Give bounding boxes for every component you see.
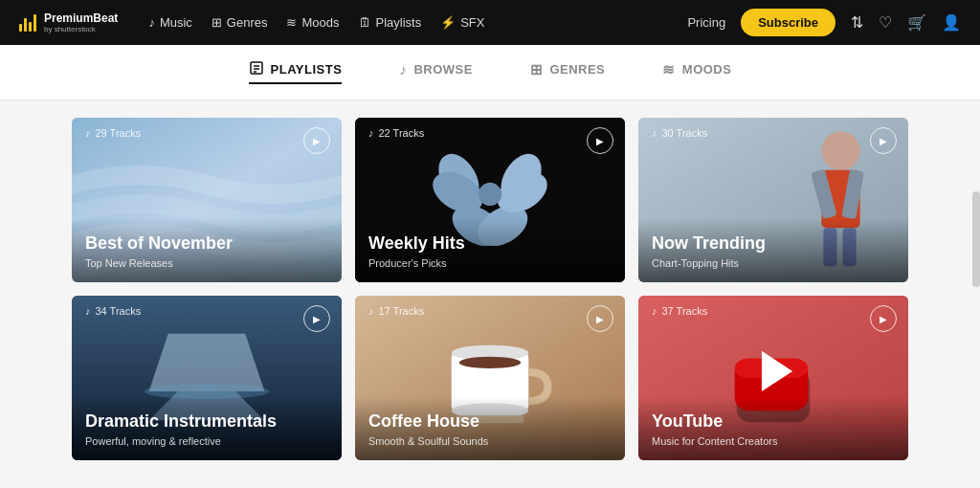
card-title-coffee: Coffee House: [368, 411, 612, 433]
moods-tab-icon: ≋: [662, 61, 676, 78]
genres-icon: ⊞: [212, 15, 222, 30]
card-track-count-coffee: ♪ 17 Tracks: [368, 305, 424, 317]
card-play-button-dramatic[interactable]: ▶: [303, 305, 330, 332]
tabs-bar: PLAYLISTS ♪ BROWSE ⊞ GENRES ≋ MOODS: [0, 45, 980, 100]
tab-playlists[interactable]: PLAYLISTS: [249, 60, 343, 84]
card-subtitle-trending: Chart-Topping Hits: [652, 257, 895, 269]
music-note-icon-2: ♪: [368, 127, 374, 139]
nav-genres[interactable]: ⊞ Genres: [212, 15, 268, 30]
scrollbar[interactable]: [972, 191, 980, 287]
card-title-weekly: Weekly Hits: [368, 233, 612, 255]
card-title-dramatic: Dramatic Instrumentals: [85, 411, 328, 433]
card-youtube[interactable]: ♪ 37 Tracks ▶ YouTube Music for Content …: [638, 296, 908, 460]
nav-links: ♪ Music ⊞ Genres ≋ Moods 🗓 Playlists ⚡ S…: [148, 15, 664, 30]
favorites-icon[interactable]: ♡: [879, 13, 892, 32]
card-info-youtube: YouTube Music for Content Creators: [638, 396, 908, 460]
nav-playlists[interactable]: 🗓 Playlists: [359, 15, 422, 30]
logo[interactable]: PremiumBeat by shutterstock: [19, 11, 118, 33]
tab-moods[interactable]: ≋ MOODS: [662, 61, 731, 84]
card-title-trending: Now Trending: [652, 233, 895, 255]
subscribe-button[interactable]: Subscribe: [741, 9, 835, 36]
music-note-icon: ♪: [85, 127, 91, 139]
card-play-button-youtube[interactable]: ▶: [870, 305, 897, 332]
user-icon[interactable]: 👤: [942, 13, 961, 32]
card-info-weekly: Weekly Hits Producer's Picks: [355, 218, 625, 282]
card-play-button-trending[interactable]: ▶: [870, 127, 897, 154]
nav-sfx[interactable]: ⚡ SFX: [440, 15, 484, 30]
card-dramatic-instrumentals[interactable]: ♪ 34 Tracks ▶ Dramatic Instrumentals Pow…: [72, 296, 342, 460]
card-title: Best of November: [85, 233, 328, 255]
browse-tab-icon: ♪: [399, 61, 407, 78]
svg-point-14: [821, 131, 859, 169]
svg-point-29: [459, 357, 521, 368]
filter-icon[interactable]: ⇅: [851, 13, 863, 32]
card-best-of-november[interactable]: ♪ 29 Tracks ▶ Best of November Top New R…: [72, 118, 342, 282]
music-note-icon-5: ♪: [368, 305, 374, 317]
card-play-button-weekly[interactable]: ▶: [587, 127, 613, 154]
nav-moods[interactable]: ≋ Moods: [286, 15, 339, 30]
card-title-youtube: YouTube: [652, 411, 895, 433]
nav-right: Pricing Subscribe ⇅ ♡ 🛒 👤: [687, 9, 961, 36]
card-track-count-weekly: ♪ 22 Tracks: [368, 127, 424, 139]
card-info-coffee: Coffee House Smooth & Soulful Sounds: [355, 396, 625, 460]
tab-genres[interactable]: ⊞ GENRES: [530, 61, 605, 84]
music-icon: ♪: [148, 15, 155, 30]
card-play-button[interactable]: ▶: [303, 127, 330, 154]
moods-icon: ≋: [286, 15, 297, 30]
playlists-nav-icon: 🗓: [359, 15, 371, 30]
pricing-link[interactable]: Pricing: [687, 15, 725, 30]
card-now-trending[interactable]: ♪ 30 Tracks ▶ Now Trending Chart-Topping…: [638, 118, 908, 282]
svg-point-12: [479, 183, 501, 206]
card-track-count-trending: ♪ 30 Tracks: [652, 127, 707, 139]
card-track-count: ♪ 29 Tracks: [85, 127, 141, 139]
card-info-trending: Now Trending Chart-Topping Hits: [638, 218, 908, 282]
genres-tab-icon: ⊞: [530, 61, 544, 78]
logo-sub: by shutterstock: [44, 25, 118, 33]
logo-name: PremiumBeat: [44, 11, 118, 25]
tab-browse[interactable]: ♪ BROWSE: [399, 61, 473, 83]
card-weekly-hits[interactable]: ♪ 22 Tracks ▶ Weekly Hits Producer's Pic…: [355, 118, 625, 282]
card-subtitle-coffee: Smooth & Soulful Sounds: [368, 435, 612, 447]
sfx-icon: ⚡: [440, 15, 456, 30]
card-info-dramatic: Dramatic Instrumentals Powerful, moving …: [72, 396, 342, 460]
card-track-count-dramatic: ♪ 34 Tracks: [85, 305, 141, 317]
card-info: Best of November Top New Releases: [72, 218, 342, 282]
card-subtitle-weekly: Producer's Picks: [368, 257, 612, 269]
main-nav: PremiumBeat by shutterstock ♪ Music ⊞ Ge…: [0, 0, 980, 45]
card-track-count-youtube: ♪ 37 Tracks: [652, 305, 707, 317]
card-coffee-house[interactable]: ♪ 17 Tracks ▶ Coffee House Smooth & Soul…: [355, 296, 625, 460]
cart-icon[interactable]: 🛒: [907, 13, 926, 32]
logo-icon: [19, 12, 36, 32]
playlists-tab-icon: [249, 60, 264, 78]
card-subtitle-dramatic: Powerful, moving & reflective: [85, 435, 328, 447]
music-note-icon-3: ♪: [652, 127, 657, 139]
playlists-grid: ♪ 29 Tracks ▶ Best of November Top New R…: [0, 100, 980, 477]
card-play-button-coffee[interactable]: ▶: [587, 305, 613, 332]
card-subtitle-youtube: Music for Content Creators: [652, 435, 895, 447]
music-note-icon-4: ♪: [85, 305, 91, 317]
nav-music[interactable]: ♪ Music: [148, 15, 191, 30]
svg-marker-21: [149, 334, 265, 391]
music-note-icon-6: ♪: [652, 305, 657, 317]
card-subtitle: Top New Releases: [85, 257, 328, 269]
